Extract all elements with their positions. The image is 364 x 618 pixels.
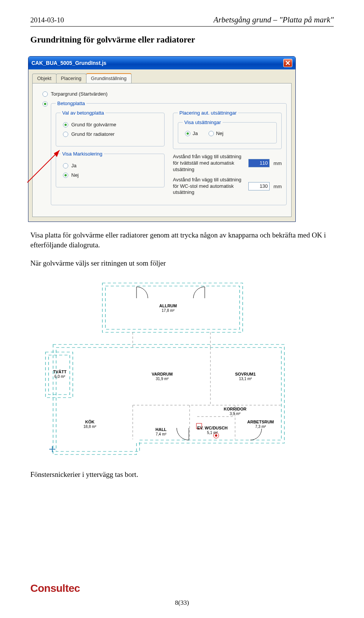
radio-uts-nej[interactable] (209, 131, 214, 136)
visa-uts-legend: Visa utsättningar (183, 120, 223, 125)
close-icon (286, 61, 290, 65)
tab-panel-grundinstallning: Torpargrund (Startvärden) Betongplatta V… (32, 83, 292, 217)
page-footer: Consultec 8(33) (30, 582, 334, 607)
unit-tvatt: mm (273, 160, 282, 166)
footer-page-number: 8(33) (30, 599, 334, 607)
radio-uts-ja-label: Ja (193, 131, 198, 136)
radio-mark-ja-label: Ja (71, 163, 77, 168)
tab-grundinstallning[interactable]: Grundinställning (86, 73, 132, 83)
row-golvvarme: Grund för golvvärme (63, 122, 160, 127)
radio-torpargrund[interactable] (42, 91, 48, 97)
floorplan: ALLRUM17,8 m² TVÄTT6,0 m² VARDRUM31,9 m²… (38, 276, 300, 458)
placering-legend: Placering aut. utsättningar (178, 110, 238, 116)
paragraph-2: När golvvärme väljs ser ritningen ut som… (30, 258, 334, 268)
paragraph-1: Visa platta för golvvärme eller radiator… (30, 230, 334, 250)
radio-torpargrund-label: Torpargrund (Startvärden) (51, 91, 108, 97)
radio-torpargrund-row: Torpargrund (Startvärden) (42, 91, 287, 97)
label-hall: HALL7,4 m² (155, 427, 166, 437)
input-tvatt[interactable]: 110 (248, 159, 270, 167)
group-placering-uts: Placering aut. utsättningar Visa utsättn… (173, 110, 282, 149)
section-heading: Grundritning för golvvärme eller radiato… (30, 35, 334, 45)
label-kok: KÖK18,8 m² (83, 420, 96, 429)
label-allrum: ALLRUM17,8 m² (159, 303, 177, 313)
group-visa-uts: Visa utsättningar Ja (178, 120, 277, 143)
header-divider (30, 26, 334, 27)
field-row-tvatt: Avstånd från vägg till utsättning för tv… (173, 154, 282, 173)
radio-radiator[interactable] (63, 132, 68, 137)
markisolering-legend: Visa Markisolering (61, 151, 104, 157)
label-wc: EV. WC/DUSCH5,1 m² (197, 426, 228, 435)
group-markisolering: Visa Markisolering Ja Nej (56, 151, 165, 187)
betongplatta-legend: Betongplatta (56, 101, 86, 106)
row-mark-nej: Nej (63, 172, 160, 178)
label-arbetsrum: ARBETSRUM7,3 m² (247, 420, 274, 429)
label-wc: Avstånd från vägg till utsättning för WC… (173, 177, 245, 196)
radio-mark-nej[interactable] (63, 173, 68, 178)
field-row-wc: Avstånd från vägg till utsättning för WC… (173, 177, 282, 196)
row-radiator: Grund för radiatorer (63, 131, 160, 137)
group-betongplatta: Betongplatta Val av betongplatta Grund f… (51, 101, 287, 205)
input-wc[interactable]: 130 (248, 182, 270, 190)
dialog-screenshot: CAK_BUA_5005_GrundInst.js Objekt Placeri… (28, 56, 296, 222)
radio-betongplatta[interactable] (42, 101, 48, 107)
radio-golvvarme-label: Grund för golvvärme (71, 122, 116, 127)
close-button[interactable] (283, 59, 292, 67)
label-tvatt: Avstånd från vägg till utsättning för tv… (173, 154, 245, 173)
tab-bar: Objekt Placering Grundinställning (28, 69, 295, 83)
dialog-title: CAK_BUA_5005_GrundInst.js (31, 60, 107, 66)
tab-objekt[interactable]: Objekt (32, 74, 56, 83)
header-doc-title: Arbetsgång grund – "Platta på mark" (213, 15, 334, 25)
group-val-betongplatta: Val av betongplatta Grund för golvvärme … (56, 110, 165, 146)
radio-radiator-label: Grund för radiatorer (71, 131, 115, 137)
row-uts-nej: Nej (209, 131, 224, 136)
row-uts-ja: Ja (185, 131, 198, 136)
radio-mark-nej-label: Nej (71, 172, 79, 178)
radio-uts-ja[interactable] (185, 131, 190, 136)
label-korridor: KORRIDOR3,9 m² (224, 407, 246, 416)
label-tvatt: TVÄTT6,0 m² (53, 370, 66, 379)
tab-placering[interactable]: Placering (56, 74, 86, 83)
footer-logo: Consultec (30, 582, 334, 594)
label-vardrum: VARDRUM31,9 m² (152, 372, 173, 381)
dialog-titlebar: CAK_BUA_5005_GrundInst.js (28, 57, 295, 69)
radio-golvvarme[interactable] (63, 122, 68, 127)
label-sovrum: SOVRUM113,1 m² (235, 372, 256, 381)
paragraph-3: Fönstersnickerier i yttervägg tas bort. (30, 470, 334, 480)
radio-uts-nej-label: Nej (216, 131, 224, 136)
val-legend: Val av betongplatta (61, 110, 105, 116)
header-date: 2014-03-10 (30, 16, 64, 24)
dialog-window: CAK_BUA_5005_GrundInst.js Objekt Placeri… (28, 56, 296, 222)
unit-wc: mm (273, 184, 282, 189)
radio-mark-ja[interactable] (63, 163, 68, 168)
row-mark-ja: Ja (63, 163, 160, 168)
page-header: 2014-03-10 Arbetsgång grund – "Platta på… (30, 15, 334, 25)
